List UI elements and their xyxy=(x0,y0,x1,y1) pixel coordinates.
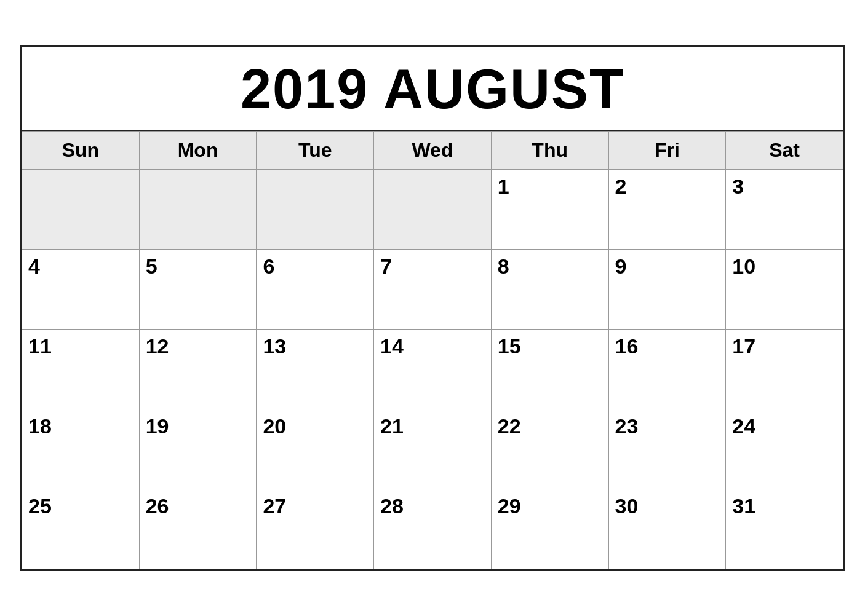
calendar-cell[interactable]: 13 xyxy=(257,330,374,409)
calendar-cell[interactable]: 12 xyxy=(139,330,257,409)
weekday-header-sun: Sun xyxy=(22,132,140,170)
calendar-cell[interactable]: 19 xyxy=(139,409,257,489)
week-row-4: 18192021222324 xyxy=(22,409,843,489)
calendar-cell[interactable] xyxy=(22,170,140,250)
calendar-cell[interactable]: 2 xyxy=(608,170,726,250)
calendar-container: 2019 AUGUST SunMonTueWedThuFriSat 123456… xyxy=(20,45,845,571)
calendar-cell[interactable]: 23 xyxy=(608,409,726,489)
calendar-cell[interactable] xyxy=(374,170,492,250)
week-row-2: 45678910 xyxy=(22,250,843,330)
calendar-cell[interactable]: 6 xyxy=(257,250,374,330)
calendar-cell[interactable]: 15 xyxy=(491,330,608,409)
calendar-cell[interactable]: 27 xyxy=(257,489,374,569)
calendar-cell[interactable]: 4 xyxy=(22,250,140,330)
weekday-header-thu: Thu xyxy=(491,132,608,170)
weekday-header-row: SunMonTueWedThuFriSat xyxy=(22,132,843,170)
week-row-1: 123 xyxy=(22,170,843,250)
weekday-header-mon: Mon xyxy=(139,132,257,170)
week-row-3: 11121314151617 xyxy=(22,330,843,409)
calendar-cell[interactable]: 26 xyxy=(139,489,257,569)
calendar-body: 1234567891011121314151617181920212223242… xyxy=(22,170,843,569)
weekday-header-sat: Sat xyxy=(726,132,843,170)
calendar-cell[interactable]: 16 xyxy=(608,330,726,409)
calendar-grid: SunMonTueWedThuFriSat 123456789101112131… xyxy=(22,131,843,569)
calendar-cell[interactable]: 10 xyxy=(726,250,843,330)
calendar-cell[interactable]: 29 xyxy=(491,489,608,569)
calendar-cell[interactable]: 5 xyxy=(139,250,257,330)
calendar-title: 2019 AUGUST xyxy=(22,47,843,131)
calendar-cell[interactable]: 25 xyxy=(22,489,140,569)
calendar-cell[interactable]: 18 xyxy=(22,409,140,489)
calendar-cell[interactable]: 11 xyxy=(22,330,140,409)
calendar-cell[interactable]: 1 xyxy=(491,170,608,250)
weekday-header-wed: Wed xyxy=(374,132,492,170)
calendar-cell[interactable] xyxy=(139,170,257,250)
calendar-cell[interactable]: 24 xyxy=(726,409,843,489)
calendar-cell[interactable]: 8 xyxy=(491,250,608,330)
calendar-cell[interactable]: 14 xyxy=(374,330,492,409)
calendar-cell[interactable]: 20 xyxy=(257,409,374,489)
calendar-cell[interactable]: 17 xyxy=(726,330,843,409)
calendar-cell[interactable]: 3 xyxy=(726,170,843,250)
calendar-cell[interactable]: 21 xyxy=(374,409,492,489)
weekday-header-tue: Tue xyxy=(257,132,374,170)
calendar-cell[interactable]: 28 xyxy=(374,489,492,569)
weekday-header-fri: Fri xyxy=(608,132,726,170)
calendar-cell[interactable]: 31 xyxy=(726,489,843,569)
calendar-cell[interactable]: 22 xyxy=(491,409,608,489)
calendar-cell[interactable]: 9 xyxy=(608,250,726,330)
week-row-5: 25262728293031 xyxy=(22,489,843,569)
calendar-cell[interactable] xyxy=(257,170,374,250)
calendar-cell[interactable]: 30 xyxy=(608,489,726,569)
calendar-cell[interactable]: 7 xyxy=(374,250,492,330)
